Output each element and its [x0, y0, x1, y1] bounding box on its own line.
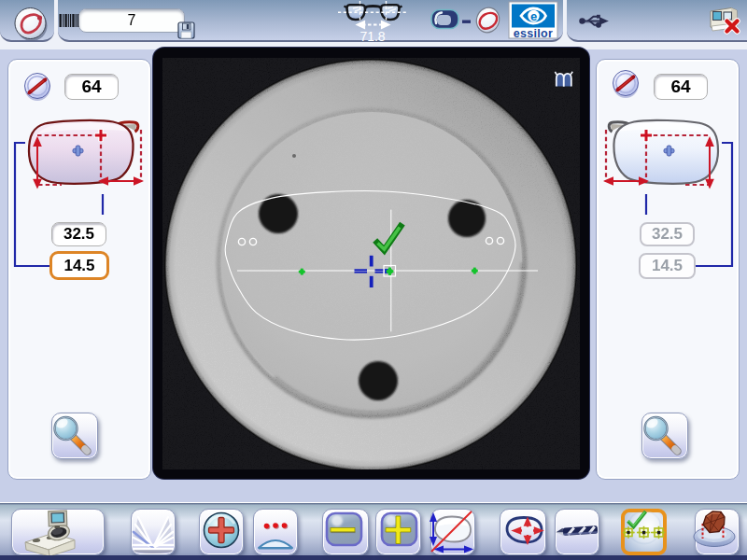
svg-text:71.8: 71.8	[359, 29, 385, 44]
svg-text:e: e	[530, 9, 537, 23]
svg-text:essilor: essilor	[514, 27, 553, 40]
